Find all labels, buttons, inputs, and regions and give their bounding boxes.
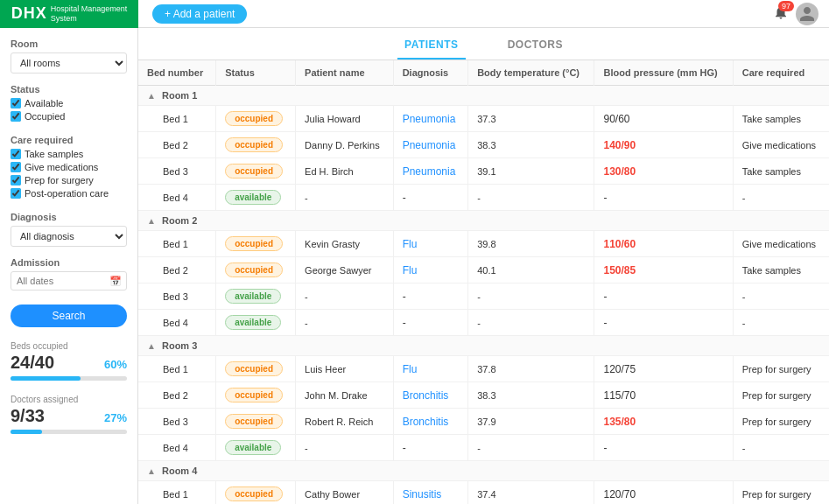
temp-cell: 37.3 (468, 106, 594, 132)
status-badge: available (225, 315, 281, 330)
tab-patients[interactable]: PATIENTS (397, 35, 466, 60)
diagnosis-select[interactable]: All diagnosis (11, 226, 127, 247)
beds-occupied-stat: Beds occupied 24/40 60% (11, 341, 127, 381)
care-cell: Prep for surgery (733, 382, 829, 409)
diagnosis-link[interactable]: Flu (403, 264, 418, 276)
status-cell: occupied (216, 356, 296, 382)
diagnosis-empty: - (403, 192, 406, 204)
diagnosis-link[interactable]: Pneumonia (403, 165, 456, 178)
care-post-op-checkbox[interactable] (11, 188, 21, 199)
patient-name-cell: Danny D. Perkins (296, 132, 394, 158)
room-header-cell: ▲ Room 3 (138, 336, 829, 356)
status-filter-section: Status Available Occupied (11, 84, 127, 124)
diagnosis-link[interactable]: Pneumonia (403, 139, 456, 151)
col-bed-number: Bed number (138, 60, 216, 86)
search-button[interactable]: Search (11, 304, 127, 327)
care-take-samples-checkbox[interactable] (11, 149, 21, 159)
bed-number-cell: Bed 4 (138, 310, 216, 336)
diagnosis-link[interactable]: Bronchitis (403, 416, 449, 428)
diagnosis-link[interactable]: Flu (403, 363, 418, 375)
user-avatar[interactable] (796, 3, 818, 25)
status-badge: occupied (225, 414, 283, 429)
diagnosis-link[interactable]: Bronchitis (403, 389, 449, 402)
bp-cell: 150/85 (594, 257, 733, 284)
patient-name-cell: Robert R. Reich (296, 409, 394, 435)
patients-table-wrapper[interactable]: Bed number Status Patient name Diagnosis… (138, 60, 829, 504)
care-give-medications-row: Give medications (11, 162, 127, 172)
care-cell: - (733, 185, 829, 211)
bp-cell: 110/60 (594, 231, 733, 257)
sidebar: Room All rooms Status Available Occupied… (0, 28, 138, 504)
status-cell: available (216, 284, 296, 310)
status-cell: occupied (216, 409, 296, 435)
doctors-assigned-value: 9/33 (11, 406, 45, 426)
bp-cell: - (594, 185, 733, 211)
care-cell: Give medications (733, 132, 829, 158)
diagnosis-link[interactable]: Sinusitis (403, 488, 442, 500)
table-row: Bed 2 occupied John M. Drake Bronchitis … (138, 382, 829, 409)
temp-cell: - (468, 284, 594, 310)
collapse-icon: ▲ (147, 466, 156, 476)
bed-number-cell: Bed 2 (138, 257, 216, 284)
room-header-row[interactable]: ▲ Room 4 (138, 461, 829, 481)
blood-pressure-value: 150/85 (603, 264, 636, 276)
room-header-cell: ▲ Room 2 (138, 211, 829, 231)
table-row: Bed 4 available - - - - - (138, 185, 829, 211)
blood-pressure-value: 120/70 (603, 488, 636, 500)
diagnosis-cell: - (393, 435, 468, 461)
diagnosis-cell: Bronchitis (393, 382, 468, 409)
status-badge: available (225, 289, 281, 304)
diagnosis-link[interactable]: Pneumonia (403, 113, 456, 125)
blood-pressure-empty: - (603, 442, 607, 454)
temp-cell: 39.1 (468, 158, 594, 185)
status-badge: occupied (225, 486, 283, 501)
status-badge: occupied (225, 236, 283, 251)
temp-cell: 37.4 (468, 481, 594, 505)
room-label: Room (11, 38, 127, 49)
temp-cell: 37.9 (468, 409, 594, 435)
patient-name-cell: Cathy Bower (296, 481, 394, 505)
room-header-row[interactable]: ▲ Room 1 (138, 86, 829, 106)
room-header-row[interactable]: ▲ Room 3 (138, 336, 829, 356)
bp-cell: - (594, 310, 733, 336)
blood-pressure-value: 140/90 (603, 139, 636, 151)
bed-number-cell: Bed 1 (138, 106, 216, 132)
diagnosis-link[interactable]: Flu (403, 238, 418, 250)
col-body-temp: Body temperature (°C) (468, 60, 594, 86)
logo-dhx: DHX (11, 4, 47, 23)
add-patient-button[interactable]: + Add a patient (152, 4, 247, 24)
room-header-row[interactable]: ▲ Room 2 (138, 211, 829, 231)
beds-occupied-value: 24/40 (11, 353, 54, 373)
care-prep-surgery-checkbox[interactable] (11, 175, 21, 186)
collapse-icon: ▲ (147, 341, 156, 351)
admission-label: Admission (11, 257, 127, 268)
beds-occupied-bar-bg (11, 376, 127, 381)
blood-pressure-value: 130/80 (603, 165, 636, 178)
beds-occupied-label: Beds occupied (11, 341, 127, 351)
status-badge: occupied (225, 361, 283, 376)
main-layout: Room All rooms Status Available Occupied… (0, 28, 829, 504)
notification-bell[interactable]: 97 (773, 4, 789, 23)
diagnosis-cell: Bronchitis (393, 409, 468, 435)
bed-number-cell: Bed 2 (138, 382, 216, 409)
care-give-medications-checkbox[interactable] (11, 162, 21, 172)
tab-doctors[interactable]: DOCTORS (501, 35, 570, 60)
status-occupied-label: Occupied (25, 111, 65, 122)
status-occupied-checkbox[interactable] (11, 111, 21, 122)
room-select[interactable]: All rooms (11, 52, 127, 74)
table-row: Bed 3 occupied Ed H. Birch Pneumonia 39.… (138, 158, 829, 185)
temp-cell: 37.8 (468, 356, 594, 382)
status-cell: available (216, 310, 296, 336)
care-take-samples-row: Take samples (11, 149, 127, 159)
status-occupied-row: Occupied (11, 111, 127, 122)
status-available-checkbox[interactable] (11, 98, 21, 108)
temp-cell: 38.3 (468, 132, 594, 158)
patient-name-cell: Julia Howard (296, 106, 394, 132)
table-row: Bed 2 occupied Danny D. Perkins Pneumoni… (138, 132, 829, 158)
care-label: Care required (11, 135, 127, 145)
status-label: Status (11, 84, 127, 94)
bp-cell: - (594, 284, 733, 310)
blood-pressure-value: 120/75 (603, 363, 636, 375)
room-filter-section: Room All rooms (11, 38, 127, 74)
logo-area: DHX Hospital ManagementSystem (0, 0, 138, 28)
